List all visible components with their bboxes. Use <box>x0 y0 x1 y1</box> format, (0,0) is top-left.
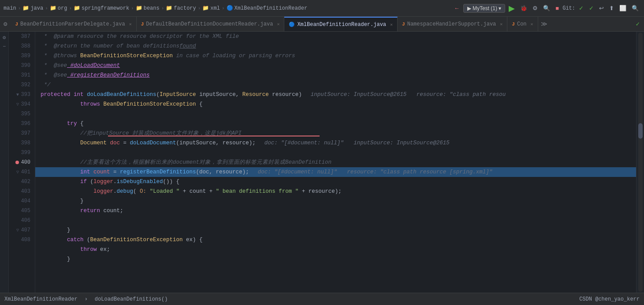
nav-main[interactable]: main <box>4 5 16 11</box>
doc-text-387: resource the resource descriptor for the… <box>74 32 239 41</box>
code-line-393: protected int doLoadBeanDefinitions ( In… <box>35 90 636 99</box>
gutter-row-390: 390 <box>9 61 33 70</box>
code-line-388: * @return the number of bean definitions… <box>35 41 636 51</box>
commit-button[interactable]: ⬆ <box>607 4 616 12</box>
search-button[interactable]: 🔍 <box>541 4 552 12</box>
plain-398a <box>107 138 110 148</box>
line-num-408: 408 <box>20 235 33 245</box>
indent-410 <box>41 254 67 264</box>
comment-400: //主要看这个方法，根据解析出来的document对象，拿到里面的标签元素封装成… <box>80 158 331 167</box>
fold-icon-394: ▽ <box>16 102 19 107</box>
tab-con-label: Con <box>517 21 527 27</box>
maximize-button[interactable]: ⬜ <box>618 4 628 12</box>
gutter-row-407: ▽ 407 <box>9 225 33 235</box>
punc-403b: ( <box>133 187 140 196</box>
run-button[interactable]: ▶ <box>507 3 517 14</box>
branch-label: ▶ MyTest (1) ▾ <box>467 5 502 11</box>
tab-close-1[interactable]: ✕ <box>129 22 132 27</box>
str-loaded: "Loaded " <box>150 187 180 196</box>
line-num-395: 395 <box>20 109 33 119</box>
plain-409: ex; <box>97 245 110 254</box>
indent-394 <box>41 99 80 109</box>
nav-beans[interactable]: 📁 beans <box>136 5 160 11</box>
punc-1: ( <box>156 90 160 99</box>
code-line-392: */ <box>35 80 636 90</box>
settings-left-icon[interactable]: ⚙ <box>3 34 6 41</box>
code-text-389a: * <box>41 51 54 61</box>
settings-icon[interactable]: ⚙ <box>0 17 11 31</box>
minus-icon[interactable]: − <box>3 44 6 50</box>
code-line-398: Document doc = doLoadDocument (inputSour… <box>35 138 636 148</box>
tab-close-4[interactable]: ✕ <box>500 22 503 27</box>
nav-sep-3: › <box>69 6 72 11</box>
back-button[interactable]: ← <box>452 4 462 12</box>
tab-xml-reader[interactable]: 🔵 XmlBeanDefinitionReader.java ✕ <box>284 17 398 31</box>
code-line-401: int count = registerBeanDefinitions (doc… <box>35 167 636 177</box>
git-check-button[interactable]: ✓ <box>577 4 585 12</box>
stop-button[interactable]: ■ <box>554 4 561 12</box>
tab-namespace[interactable]: J NamespaceHandlerSupport.java ✕ <box>398 17 507 31</box>
doc-found-388: found <box>179 41 196 51</box>
code-text-392: */ <box>41 80 51 90</box>
coverage-button[interactable]: ⚙ <box>531 4 540 12</box>
tab-con[interactable]: J Con ✕ <box>507 17 538 31</box>
tab-close-2[interactable]: ✕ <box>277 22 279 27</box>
tab-bean-parser[interactable]: J BeanDefinitionParserDelegate.java ✕ <box>11 17 136 31</box>
nav-java[interactable]: 📁 java <box>22 5 43 11</box>
indent-407 <box>41 225 67 235</box>
git-tick-button[interactable]: ✓ <box>587 4 596 12</box>
scrollbar-thumb[interactable] <box>638 123 643 139</box>
tab-default-bean-label: DefaultBeanDefinitionDocumentReader.java <box>146 21 273 27</box>
gutter-row-403: 403 <box>9 187 33 196</box>
indent-405 <box>41 206 80 216</box>
nav-factory[interactable]: 📁 factory <box>166 5 196 11</box>
nav-springframework[interactable]: 📁 springframework <box>74 5 129 11</box>
tab-close-3[interactable]: ✕ <box>390 22 393 27</box>
punc-try: { <box>77 119 84 129</box>
breakpoint-400[interactable] <box>15 161 19 164</box>
code-line-406 <box>35 216 636 225</box>
indent-402 <box>41 177 80 187</box>
folder-icon-2: 📁 <box>50 5 56 11</box>
kw-return: return <box>80 206 100 216</box>
hint-401: doc: "[#document: null]" resource: "clas… <box>258 167 493 177</box>
nav-sep-6: › <box>198 6 201 11</box>
plain-394 <box>100 99 104 109</box>
branch-selector[interactable]: ▶ MyTest (1) ▾ <box>463 4 506 13</box>
scrollbar-track[interactable] <box>638 33 643 292</box>
debug-button[interactable]: 🐞 <box>518 4 529 12</box>
nav-org[interactable]: 📁 org <box>50 5 67 11</box>
hint-398: doc: "[#document: null]" inputSource: In… <box>264 138 450 148</box>
gutter-row-395: 395 <box>9 109 33 119</box>
code-line-400: //主要看这个方法，根据解析出来的document对象，拿到里面的标签元素封装成… <box>35 158 636 167</box>
str-bean-def: " bean definitions from " <box>216 187 299 196</box>
line-num-401: 401 <box>20 167 33 177</box>
tab-more-button[interactable]: ≫ <box>538 17 550 31</box>
code-lines: * @param resource the resource descripto… <box>35 32 636 264</box>
doc-tag-388: @return <box>54 41 77 51</box>
gutter-row-391: 391 <box>9 70 33 80</box>
file-valid-indicator: ✓ <box>633 17 644 31</box>
gutter-row-399: 399 <box>9 148 33 158</box>
punc-402b: . <box>113 177 117 187</box>
undo-button[interactable]: ↩ <box>597 4 606 12</box>
indent-400 <box>41 158 80 167</box>
doc-tag-389: @throws <box>54 51 77 61</box>
nav-java-label: java <box>30 5 43 11</box>
kw-try: try <box>67 119 77 129</box>
code-line-391: * @see #registerBeanDefinitions <box>35 70 636 80</box>
comment-397: //把inputSource 封装成Document文件对象，这是jdk的API <box>80 129 242 138</box>
plain-403b: + count + <box>179 187 216 196</box>
code-editor[interactable]: * @param resource the resource descripto… <box>35 32 636 293</box>
doc-tag-391: @see <box>54 70 67 80</box>
punc-408a: ( <box>84 235 90 245</box>
line-num-394: 394 <box>20 99 33 109</box>
nav-xml[interactable]: 📁 xml <box>202 5 220 11</box>
nav-class[interactable]: 🔵 XmlBeanDefinitionReader <box>227 5 308 11</box>
tab-default-bean[interactable]: J DefaultBeanDefinitionDocumentReader.ja… <box>137 17 285 31</box>
fold-icon-393: ▼ <box>16 92 19 97</box>
search-nav-button[interactable]: 🔍 <box>630 4 640 12</box>
line-num-390: 390 <box>20 61 33 70</box>
tab-close-5[interactable]: ✕ <box>531 22 533 27</box>
nav-sep-2: › <box>45 6 48 11</box>
